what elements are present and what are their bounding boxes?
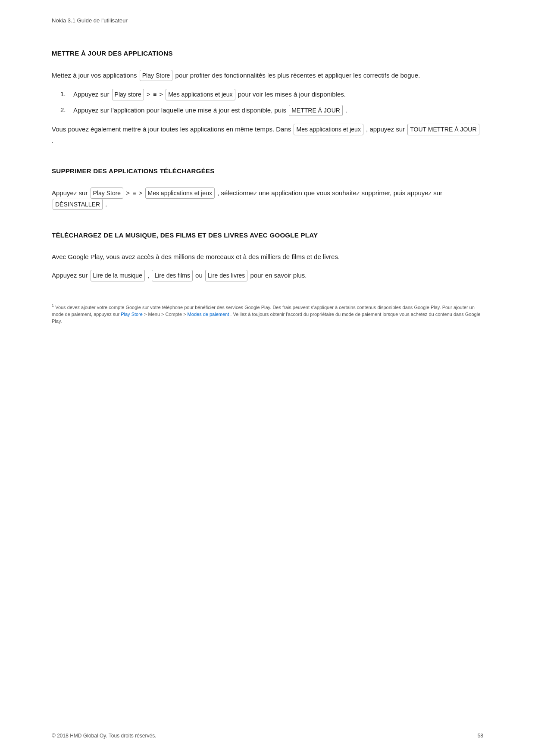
footer-copyright: © 2018 HMD Global Oy. Tous droits réserv… bbox=[52, 733, 156, 739]
list-number-1: 1. bbox=[60, 89, 73, 99]
tout-mettre-a-jour-tag: TOUT METTRE À JOUR bbox=[407, 124, 479, 135]
footnote-text: 1 Vous devez ajouter votre compte Google… bbox=[52, 303, 483, 325]
section-title-2: SUPPRIMER DES APPLICATIONS TÉLÉCHARGÉES bbox=[52, 167, 483, 175]
mes-applications-tag-3: Mes applications et jeux bbox=[145, 187, 215, 199]
list-content-1: Appuyez sur Play store > ≡ > Mes applica… bbox=[73, 89, 483, 100]
footnote-link-play-store[interactable]: Play Store bbox=[121, 312, 143, 317]
section3-intro: Avec Google Play, vous avez accès à des … bbox=[52, 252, 483, 262]
footnote-link-modes-paiement[interactable]: Modes de paiement bbox=[188, 312, 229, 317]
section2-content: Appuyez sur Play Store > ≡ > Mes applica… bbox=[52, 187, 483, 210]
menu-icon-1: ≡ bbox=[153, 90, 156, 99]
lire-films-tag: Lire des films bbox=[152, 270, 192, 281]
play-store-tag-2: Play store bbox=[112, 89, 144, 100]
footnote-superscript: 1 bbox=[52, 303, 54, 308]
play-store-tag-1: Play Store bbox=[140, 70, 173, 81]
desinstaller-tag: DÉSINSTALLER bbox=[53, 199, 103, 210]
section-title-3: TÉLÉCHARGEZ DE LA MUSIQUE, DES FILMS ET … bbox=[52, 231, 483, 239]
section1-intro: Mettez à jour vos applications Play Stor… bbox=[52, 70, 483, 81]
mes-applications-tag-2: Mes applications et jeux bbox=[294, 124, 363, 135]
section-telecharger: TÉLÉCHARGEZ DE LA MUSIQUE, DES FILMS ET … bbox=[52, 231, 483, 281]
section-supprimer: SUPPRIMER DES APPLICATIONS TÉLÉCHARGÉES … bbox=[52, 167, 483, 210]
footer-page-number: 58 bbox=[478, 733, 483, 739]
mettre-a-jour-tag: METTRE À JOUR bbox=[289, 105, 343, 116]
section-mettre-a-jour: METTRE À JOUR DES APPLICATIONS Mettez à … bbox=[52, 50, 483, 146]
section3-content: Appuyez sur Lire de la musique , Lire de… bbox=[52, 270, 483, 281]
page-container: Nokia 3.1 Guide de l'utilisateur METTRE … bbox=[0, 0, 535, 756]
list-item-1: 1. Appuyez sur Play store > ≡ > Mes appl… bbox=[60, 89, 483, 100]
section1-list: 1. Appuyez sur Play store > ≡ > Mes appl… bbox=[60, 89, 483, 116]
lire-musique-tag: Lire de la musique bbox=[91, 270, 145, 281]
play-store-tag-3: Play Store bbox=[91, 187, 124, 199]
footnote-section: 1 Vous devez ajouter votre compte Google… bbox=[52, 303, 483, 325]
list-item-2: 2. Appuyez sur l'application pour laquel… bbox=[60, 105, 483, 116]
section1-footer: Vous pouvez également mettre à jour tout… bbox=[52, 124, 483, 145]
mes-applications-tag-1: Mes applications et jeux bbox=[166, 89, 235, 100]
page-header: Nokia 3.1 Guide de l'utilisateur bbox=[52, 17, 483, 24]
list-content-2: Appuyez sur l'application pour laquelle … bbox=[73, 105, 483, 116]
menu-icon-2: ≡ bbox=[132, 188, 136, 198]
section-title-1: METTRE À JOUR DES APPLICATIONS bbox=[52, 50, 483, 57]
lire-livres-tag: Lire des livres bbox=[205, 270, 247, 281]
list-number-2: 2. bbox=[60, 105, 73, 115]
page-footer: © 2018 HMD Global Oy. Tous droits réserv… bbox=[52, 733, 483, 739]
